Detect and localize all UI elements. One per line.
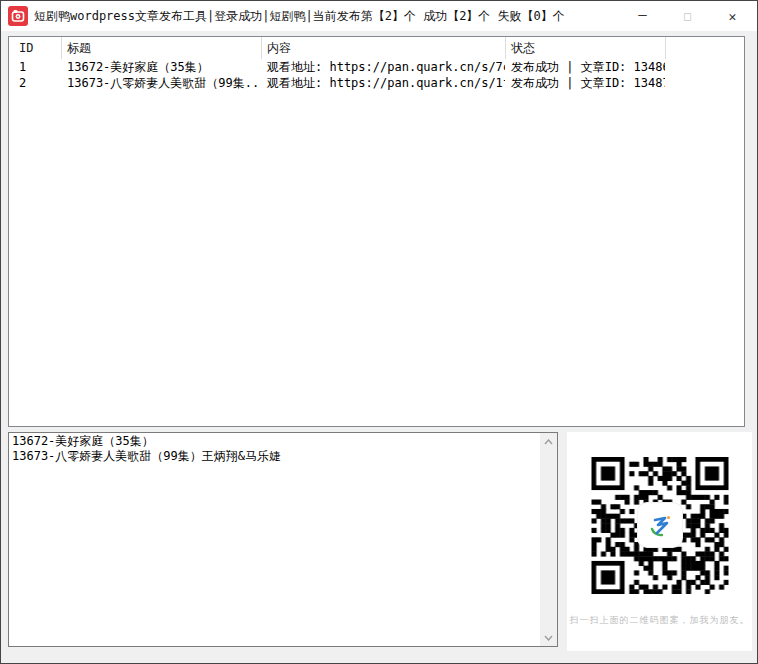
- header-status[interactable]: 状态: [506, 37, 666, 59]
- close-button[interactable]: ✕: [710, 2, 755, 31]
- duck-camera-glyph: [11, 9, 25, 23]
- window-title: 短剧鸭wordpress文章发布工具|登录成功|短剧鸭|当前发布第【2】个 成功…: [34, 8, 620, 25]
- qr-caption: 扫一扫上面的二维码图案，加我为朋友。: [567, 614, 752, 627]
- header-content[interactable]: 内容: [262, 37, 506, 59]
- article-list: ID 标题 内容 状态 1 13672-美好家庭（35集） 观看地址: http…: [8, 36, 745, 427]
- vertical-scrollbar[interactable]: [540, 433, 557, 646]
- minimize-button[interactable]: —: [620, 2, 665, 31]
- window-controls: — □ ✕: [620, 2, 757, 31]
- cell-content: 观看地址: https://pan.quark.cn/s/1f...: [262, 75, 506, 91]
- cell-title: 13673-八零娇妻人美歌甜（99集...: [62, 75, 262, 91]
- log-line: 13672-美好家庭（35集）: [12, 434, 154, 448]
- cell-id: 2: [9, 75, 62, 91]
- table-row[interactable]: 1 13672-美好家庭（35集） 观看地址: https://pan.quar…: [9, 59, 744, 75]
- log-textbox[interactable]: 13672-美好家庭（35集） 13673-八零娇妻人美歌甜（99集）王炳翔&马…: [8, 432, 558, 647]
- header-title[interactable]: 标题: [62, 37, 262, 59]
- header-id[interactable]: ID: [9, 37, 62, 59]
- table-row[interactable]: 2 13673-八零娇妻人美歌甜（99集... 观看地址: https://pa…: [9, 75, 744, 91]
- log-text: 13672-美好家庭（35集） 13673-八零娇妻人美歌甜（99集）王炳翔&马…: [12, 434, 537, 645]
- maximize-button[interactable]: □: [665, 2, 710, 31]
- cell-id: 1: [9, 59, 62, 75]
- scroll-down-icon[interactable]: [540, 629, 557, 646]
- qr-panel: 扫一扫上面的二维码图案，加我为朋友。: [567, 432, 752, 651]
- cell-title: 13672-美好家庭（35集）: [62, 59, 262, 75]
- log-line: 13673-八零娇妻人美歌甜（99集）王炳翔&马乐婕: [12, 449, 281, 463]
- cell-status: 发布成功 | 文章ID: 13486: [506, 59, 666, 75]
- titlebar[interactable]: 短剧鸭wordpress文章发布工具|登录成功|短剧鸭|当前发布第【2】个 成功…: [1, 1, 757, 31]
- cell-status: 发布成功 | 文章ID: 13487: [506, 75, 666, 91]
- scroll-up-icon[interactable]: [540, 433, 557, 450]
- app-window: 短剧鸭wordpress文章发布工具|登录成功|短剧鸭|当前发布第【2】个 成功…: [0, 0, 758, 664]
- list-header: ID 标题 内容 状态: [9, 37, 744, 59]
- qr-center-logo: [638, 503, 682, 547]
- app-logo-icon: [8, 6, 28, 26]
- wechat-contact-logo-icon: [646, 511, 674, 539]
- cell-content: 观看地址: https://pan.quark.cn/s/7c...: [262, 59, 506, 75]
